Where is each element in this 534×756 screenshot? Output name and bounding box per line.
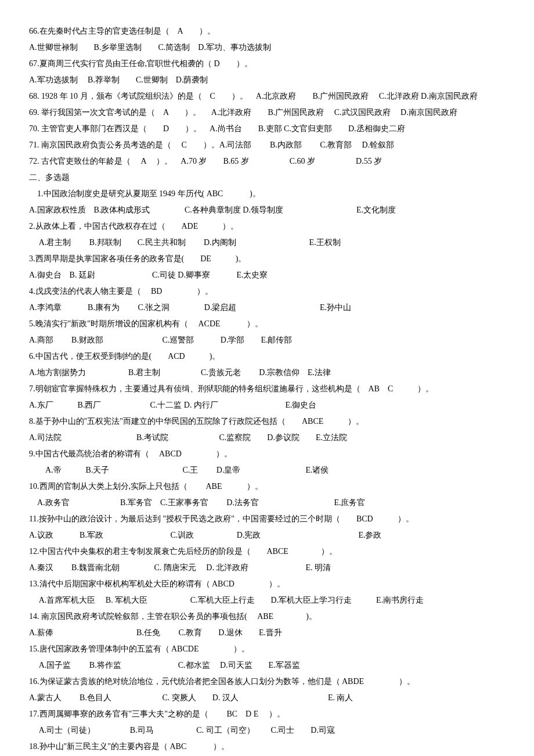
text-line: A.首席军机大臣 B. 军机大臣 C.军机大臣上行走 D.军机大臣上学习行走 E… <box>29 592 505 609</box>
text-line: 3.西周早期是执掌国家各项任务的政务官是( DE )。 <box>29 251 505 267</box>
text-line: 8.基于孙中山的"五权宪法"而建立的中华民国的五院除了行政院还包括（ ABCE … <box>29 413 505 430</box>
text-line: A.地方割据势力 B.君主制 C.贵族元老 D.宗教信仰 E.法律 <box>29 365 505 381</box>
text-line: 16.为保证蒙古贵族的绝对统治地位，元代统治者把全国各族人口划分为数等，他们是（… <box>29 674 505 690</box>
text-line: A.秦汉 B.魏晋南北朝 C. 隋唐宋元 D. 北洋政府 E. 明清 <box>29 560 505 576</box>
text-line: 2.从政体上看，中国古代政权存在过（ ADE ）。 <box>29 218 505 235</box>
text-line: 70. 主管官吏人事部门在西汉是（ D ）。 A.尚书台 B.吏部 C.文官归吏… <box>29 121 505 137</box>
text-line: 69. 举行我国第一次文官考试的是（ A ）。 A.北洋政府 B.广州国民政府 … <box>29 105 505 121</box>
text-line: A.政务官 B.军务官 C.王家事务官 D.法务官 E.庶务官 <box>29 495 505 511</box>
text-line: A.司法院 B.考试院 C.监察院 D.参议院 E.立法院 <box>29 430 505 446</box>
text-line: 13.清代中后期国家中枢机构军机处大臣的称谓有（ ABCD ）。 <box>29 576 505 592</box>
text-line: A.司士（司徒） B.司马 C. 司工（司空） C.司士 D.司寇 <box>29 722 505 739</box>
text-line: 7.明朝宦官掌握特殊权力，主要通过具有侦缉、刑狱职能的特务组织滥施暴行，这些机构… <box>29 381 505 397</box>
text-line: 10.西周的官制从大类上划分,实际上只包括（ ABE ）。 <box>29 478 505 495</box>
text-line: A.蒙古人 B.色目人 C. 突厥人 D. 汉人 E. 南人 <box>29 690 505 706</box>
text-line: A.薪俸 B.任免 C.教育 D.退休 E.晋升 <box>29 625 505 641</box>
text-line: 66.在先秦时代占主导的官吏选任制是（ A ）。 <box>29 23 505 39</box>
text-line: A.国子监 B.将作监 C.都水监 D.司天监 E.军器监 <box>29 657 505 674</box>
text-line: A.李鸿章 B.康有为 C.张之洞 D.梁启超 E.孙中山 <box>29 300 505 316</box>
text-line: A.东厂 B.西厂 C.十二监 D. 内行厂 E.御史台 <box>29 397 505 413</box>
text-line: 9.中国古代最高统治者的称谓有（ ABCD ）。 <box>29 446 505 462</box>
text-line: 4.戊戌变法的代表人物主要是（ BD ）。 <box>29 283 505 300</box>
text-line: A.商部 B.财政部 C.巡警部 D.学部 E.邮传部 <box>29 332 505 348</box>
text-line: 72. 古代官吏致仕的年龄是（ A ）。 A.70 岁 B.65 岁 C.60 … <box>29 153 505 170</box>
text-line: 67.夏商周三代实行官员由王任命,官职世代相袭的（ D ）。 <box>29 56 505 72</box>
text-line: A.世卿世禄制 B.乡举里选制 C.简选制 D.军功、事功选拔制 <box>29 39 505 56</box>
text-line: 12.中国古代中央集权的君主专制发展衰亡先后经历的阶段是（ ABCE ）。 <box>29 543 505 560</box>
text-line: 71. 南京国民政府负责公务员考选的是（ C ）。A.司法部 B.内政部 C.教… <box>29 137 505 153</box>
text-line: A.议政 B.军政 C.训政 D.宪政 E.参政 <box>29 527 505 543</box>
text-line: 二、多选题 <box>29 170 505 186</box>
text-line: 14. 南京国民政府考试院铨叙部，主管在职公务员的事项包括( ABE )。 <box>29 609 505 625</box>
text-line: 15.唐代国家政务管理体制中的五监有（ ABCDE ）。 <box>29 641 505 657</box>
text-line: 18.孙中山"新三民主义"的主要内容是（ ABC ）。 <box>29 739 505 755</box>
text-line: A.御史台 B. 廷尉 C.司徒 D.卿事寮 E.太史寮 <box>29 267 505 283</box>
text-line: 17.西周属卿事寮的政务官有"三事大夫"之称的是（ BC D E ）。 <box>29 706 505 722</box>
text-line: 5.晚清实行"新政"时期所增设的国家机构有（ ACDE ）。 <box>29 316 505 332</box>
text-line: A.君主制 B.邦联制 C.民主共和制 D.内阁制 E.王权制 <box>29 235 505 251</box>
text-line: 68. 1928 年 10 月，颁布《考试院组织法》的是（ C ）。 A.北京政… <box>29 88 505 105</box>
text-line: 6.中国古代，使王权受到制约的是( ACD )。 <box>29 348 505 365</box>
text-line: A.军功选拔制 B.荐举制 C.世卿制 D.荫袭制 <box>29 72 505 88</box>
text-line: 11.按孙中山的政治设计，为最后达到 "授权于民选之政府"，中国需要经过的三个时… <box>29 511 505 527</box>
text-line: A.帝 B.天子 C.王 D.皇帝 E.诸侯 <box>29 462 505 478</box>
text-line: A.国家政权性质 B.政体构成形式 C.各种典章制度 D.领导制度 E.文化制度 <box>29 202 505 218</box>
text-line: 1.中国政治制度史是研究从夏期至 1949 年历代( ABC )。 <box>29 186 505 202</box>
